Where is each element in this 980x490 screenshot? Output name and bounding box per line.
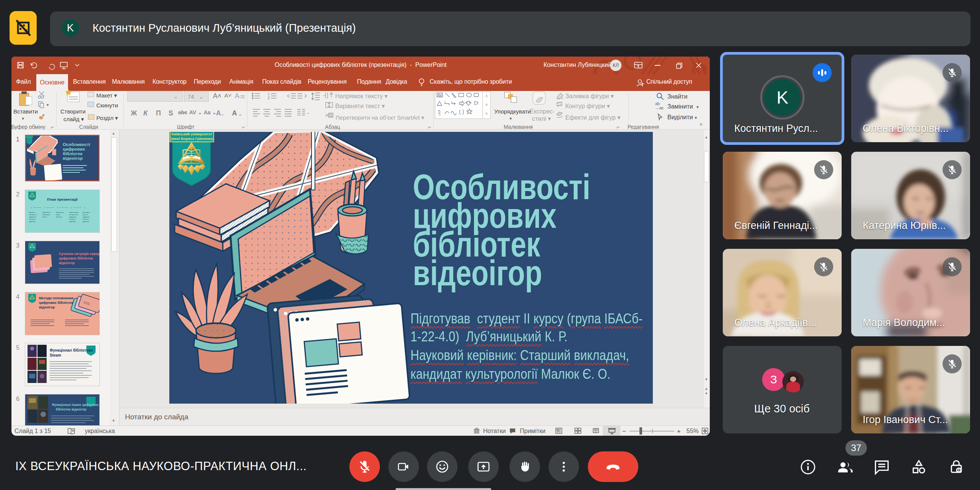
svg-text:Київський університет: Київський університет — [172, 132, 213, 136]
svg-text:бібліотек відеоігор: бібліотек відеоігор — [56, 407, 86, 411]
svg-text:Steam: Steam — [42, 216, 47, 218]
svg-text:5: 5 — [84, 207, 85, 209]
svg-text:Функціонал бібліотеки: Функціонал бібліотеки — [50, 348, 92, 352]
svg-text:цифрових бібліотек: цифрових бібліотек — [59, 256, 93, 260]
svg-text:відеоігор: відеоігор — [69, 221, 76, 222]
svg-text:2: 2 — [44, 207, 45, 209]
svg-text:відеоігор: відеоігор — [63, 156, 83, 161]
svg-text:⌄: ⌄ — [306, 110, 310, 115]
svg-text:центральної: центральної — [69, 214, 78, 216]
svg-text:цифрових: цифрових — [63, 147, 85, 151]
svg-text:Культурна: Культурна — [83, 211, 90, 213]
svg-text:Перспективи: Перспективи — [69, 211, 78, 213]
svg-text:цифрових: цифрових — [83, 216, 90, 218]
svg-text:цінність: цінність — [83, 214, 88, 216]
svg-text:бібліотек: бібліотек — [29, 218, 36, 220]
svg-text:3: 3 — [57, 207, 58, 209]
svg-text:цифрових: цифрових — [29, 216, 36, 218]
svg-text:Особливості: Особливості — [63, 142, 90, 147]
svg-text:Функціонал інших цифрових: Функціонал інших цифрових — [52, 403, 99, 407]
svg-text:Сучасна ситуація серед: Сучасна ситуація серед — [59, 252, 99, 256]
svg-text:4: 4 — [71, 207, 72, 209]
svg-text:бібліотек: бібліотек — [83, 218, 89, 220]
svg-text:положення: положення — [29, 214, 37, 216]
svg-text:План презентації: План презентації — [47, 197, 78, 201]
svg-text:бібліотеки: бібліотеки — [42, 214, 50, 216]
svg-text:відеоігор: відеоігор — [39, 305, 55, 309]
svg-text:Функціонал: Функціонал — [56, 211, 64, 213]
svg-text:цифрових: цифрових — [69, 216, 76, 218]
svg-text:імені Бориса Грінченка: імені Бориса Грінченка — [171, 136, 213, 141]
svg-text:1: 1 — [31, 207, 32, 209]
svg-text:відеоігор: відеоігор — [29, 221, 36, 222]
svg-text:цифрових бібліотек: цифрових бібліотек — [39, 301, 73, 305]
svg-text:інших: інших — [56, 214, 60, 216]
svg-text:Методи поповнення: Методи поповнення — [39, 296, 73, 300]
svg-text:Steam: Steam — [50, 353, 61, 357]
svg-text:бібліотек: бібліотек — [69, 218, 76, 220]
svg-text:Нинішнє: Нинішнє — [29, 211, 35, 213]
svg-text:бібліотек: бібліотек — [56, 216, 62, 218]
svg-text:відеоігор: відеоігор — [83, 221, 89, 222]
svg-text:▾: ▾ — [47, 102, 49, 107]
svg-text:відеоігор: відеоігор — [59, 261, 75, 265]
svg-text:Функціонал: Функціонал — [42, 211, 51, 213]
svg-text:бібліотек: бібліотек — [63, 151, 83, 156]
